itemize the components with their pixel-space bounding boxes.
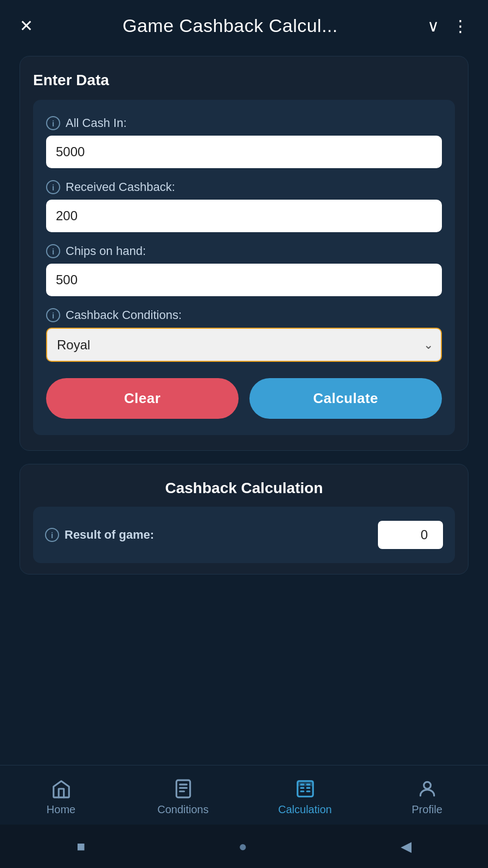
enter-data-panel: i All Cash In: i Received Cashback: i Ch… [33,100,455,435]
chips-on-hand-info-icon[interactable]: i [46,244,60,258]
svg-point-12 [423,782,431,789]
conditions-icon [173,778,194,799]
system-circle-button[interactable]: ● [239,838,247,855]
chips-on-hand-input[interactable] [46,264,442,296]
all-cash-in-info-icon[interactable]: i [46,116,60,130]
bottom-nav: Home Conditions Calculation Profile [0,765,488,825]
home-icon [51,778,72,799]
nav-item-profile[interactable]: Profile [395,778,460,816]
received-cashback-info-icon[interactable]: i [46,180,60,194]
result-row: i Result of game: 0 [45,521,443,549]
result-label: i Result of game: [45,528,154,542]
system-back-button[interactable]: ◀ [401,838,412,855]
all-cash-in-label: i All Cash In: [46,116,442,130]
chips-on-hand-group: i Chips on hand: [46,244,442,296]
received-cashback-input[interactable] [46,200,442,232]
cashback-calculation-title: Cashback Calculation [33,480,455,497]
calculate-button[interactable]: Calculate [249,378,442,419]
received-cashback-label: i Received Cashback: [46,180,442,194]
nav-label-calculation: Calculation [278,803,332,816]
chips-on-hand-label: i Chips on hand: [46,244,442,258]
clear-button[interactable]: Clear [46,378,239,419]
received-cashback-group: i Received Cashback: [46,180,442,232]
nav-label-conditions: Conditions [157,803,209,816]
top-bar-actions: ∨ ⋮ [427,16,468,35]
cashback-conditions-label: i Cashback Conditions: [46,308,442,322]
system-nav: ■ ● ◀ [0,825,488,868]
app-title: Game Cashback Calcul... [123,15,338,36]
chevron-down-icon[interactable]: ∨ [427,16,439,35]
enter-data-card: Enter Data i All Cash In: i Received Cas… [20,56,468,451]
system-square-button[interactable]: ■ [76,838,85,855]
top-bar: ✕ Game Cashback Calcul... ∨ ⋮ [0,0,488,47]
enter-data-title: Enter Data [33,72,455,89]
svg-rect-11 [297,781,313,786]
all-cash-in-input[interactable] [46,136,442,168]
nav-item-calculation[interactable]: Calculation [273,778,338,816]
cashback-conditions-select[interactable]: Royal Standard Premium VIP [46,328,442,362]
result-value: 0 [378,521,443,549]
nav-label-home: Home [47,803,75,816]
all-cash-in-group: i All Cash In: [46,116,442,168]
calculation-icon [295,778,316,799]
cashback-conditions-info-icon[interactable]: i [46,308,60,322]
action-buttons: Clear Calculate [46,378,442,419]
cashback-conditions-group: i Cashback Conditions: Royal Standard Pr… [46,308,442,362]
more-options-icon[interactable]: ⋮ [452,16,468,35]
nav-label-profile: Profile [412,803,442,816]
nav-item-conditions[interactable]: Conditions [151,778,216,816]
cashback-calculation-inner: i Result of game: 0 [33,507,455,563]
nav-item-home[interactable]: Home [29,778,94,816]
profile-icon [417,778,438,799]
result-info-icon[interactable]: i [45,528,59,542]
cashback-conditions-wrapper: Royal Standard Premium VIP ⌄ [46,328,442,362]
cashback-calculation-card: Cashback Calculation i Result of game: 0 [20,464,468,575]
main-content: Enter Data i All Cash In: i Received Cas… [0,47,488,583]
close-icon[interactable]: ✕ [20,16,33,35]
